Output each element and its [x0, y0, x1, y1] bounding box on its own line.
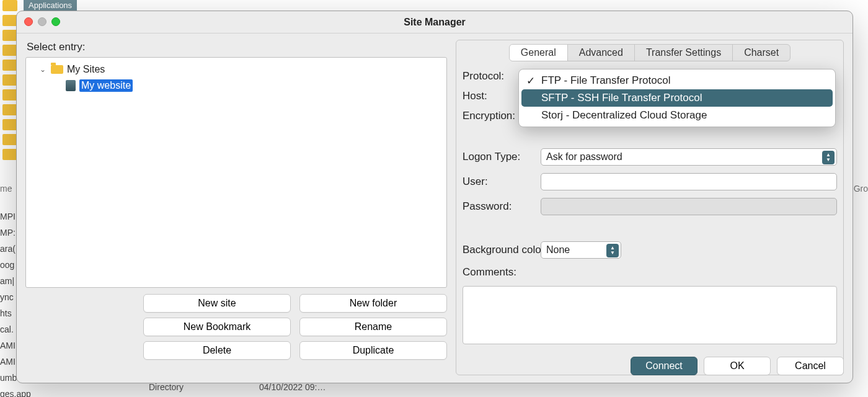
stepper-icon: ▲▼ — [822, 151, 835, 164]
minimize-icon — [38, 17, 46, 26]
tab-general[interactable]: General — [510, 45, 568, 61]
logon-type-value: Ask for password — [546, 151, 622, 163]
user-input[interactable] — [541, 173, 837, 190]
tree-site-label: My website — [79, 79, 133, 92]
entry-panel: Select entry: ⌄ My Sites My website New … — [25, 40, 447, 375]
delete-button[interactable]: Delete — [143, 341, 291, 360]
settings-panel: General Advanced Transfer Settings Chars… — [456, 40, 844, 375]
comments-label: Comments: — [463, 266, 837, 279]
close-icon[interactable] — [24, 17, 33, 26]
bg-col-header-left: me — [0, 184, 12, 194]
comments-input[interactable] — [463, 286, 837, 344]
user-label: User: — [463, 176, 537, 188]
protocol-option-sftp[interactable]: SFTP - SSH File Transfer Protocol — [521, 89, 833, 107]
bgcolor-select[interactable]: None ▲▼ — [541, 241, 621, 259]
tab-transfer[interactable]: Transfer Settings — [635, 45, 733, 61]
rename-button[interactable]: Rename — [299, 318, 447, 336]
new-site-button[interactable]: New site — [143, 294, 291, 313]
server-icon — [66, 80, 76, 91]
tab-bar: General Advanced Transfer Settings Chars… — [509, 44, 790, 61]
protocol-dropdown[interactable]: ✓ FTP - File Transfer Protocol SFTP - SS… — [518, 69, 836, 127]
protocol-option-storj[interactable]: Storj - Decentralized Cloud Storage — [519, 107, 835, 124]
window-title: Site Manager — [404, 17, 466, 28]
chevron-down-icon[interactable]: ⌄ — [38, 65, 47, 74]
entry-buttons: New site New folder New Bookmark Rename … — [143, 294, 447, 360]
select-entry-label: Select entry: — [27, 41, 447, 53]
tree-root-label: My Sites — [67, 64, 105, 75]
bg-col-header-right: Gro — [854, 184, 868, 194]
tab-advanced[interactable]: Advanced — [568, 45, 635, 61]
check-icon: ✓ — [525, 74, 536, 87]
tree-root-row[interactable]: ⌄ My Sites — [29, 61, 444, 78]
zoom-icon[interactable] — [51, 17, 60, 26]
dialog-footer: Connect OK Cancel — [631, 357, 844, 375]
duplicate-button[interactable]: Duplicate — [299, 341, 447, 360]
protocol-option-label: Storj - Decentralized Cloud Storage — [541, 109, 707, 122]
titlebar: Site Manager — [17, 11, 852, 33]
protocol-option-label: FTP - File Transfer Protocol — [541, 74, 670, 87]
window-controls — [24, 17, 60, 26]
bg-type-cell: Directory — [149, 382, 184, 392]
password-label: Password: — [463, 200, 537, 213]
cancel-button[interactable]: Cancel — [777, 357, 844, 375]
logon-type-select[interactable]: Ask for password ▲▼ — [541, 148, 837, 166]
bgcolor-value: None — [546, 244, 570, 256]
logon-type-label: Logon Type: — [463, 151, 537, 163]
new-folder-button[interactable]: New folder — [299, 294, 447, 313]
site-tree[interactable]: ⌄ My Sites My website — [25, 57, 447, 288]
folder-icon — [51, 65, 63, 74]
new-bookmark-button[interactable]: New Bookmark — [143, 318, 291, 336]
connect-button[interactable]: Connect — [631, 357, 698, 375]
protocol-option-ftp[interactable]: ✓ FTP - File Transfer Protocol — [519, 72, 835, 89]
protocol-option-label: SFTP - SSH File Transfer Protocol — [541, 92, 702, 104]
tab-charset[interactable]: Charset — [733, 45, 790, 61]
ok-button[interactable]: OK — [704, 357, 771, 375]
stepper-icon: ▲▼ — [606, 244, 619, 257]
bg-date-cell: 04/10/2022 09:… — [259, 382, 326, 392]
site-manager-window: Site Manager Select entry: ⌄ My Sites My… — [16, 11, 853, 383]
password-input — [541, 198, 837, 215]
tree-site-row[interactable]: My website — [29, 78, 444, 94]
